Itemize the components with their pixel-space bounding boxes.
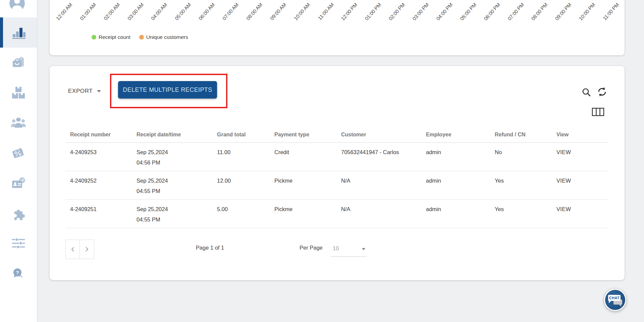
refund-cn-cell: No [490,143,552,157]
x-axis-tick [331,0,331,1]
view-link[interactable]: VIEW [552,143,609,157]
column-visibility-button[interactable] [592,108,604,117]
x-axis-label: 04:00 PM [435,2,454,21]
x-axis-label: 10:00 PM [578,2,596,21]
sidebar-item-inventory[interactable] [0,78,37,108]
receipt-datetime-cell: Sep 25,2024 04:55 PM [132,200,212,225]
x-axis-tick [141,0,141,1]
x-axis-tick [212,0,212,1]
x-axis-label: 09:00 PM [554,2,573,21]
customer-cell: 705632441947 - Carlos [336,143,421,157]
receipt-time: 04:56 PM [137,157,212,168]
previous-page-button[interactable] [65,240,80,259]
pagination-buttons [65,240,94,259]
x-axis-label: 08:00 AM [245,2,264,21]
sidebar-item-discounts[interactable] [0,138,37,168]
user-avatar[interactable] [0,0,37,17]
analytics-bar-chart-icon [11,25,26,40]
refund-cn-cell: Yes [490,200,552,214]
table-row: 4-2409251 Sep 25,2024 04:55 PM 5.00 Pick… [65,200,609,228]
x-axis-tick [426,0,426,1]
chevron-down-icon [97,90,101,92]
sidebar-item-sales[interactable] [0,48,37,78]
table-header-row: Receipt number Receipt date/time Grand t… [65,126,609,143]
x-axis-tick [473,0,474,1]
column-header: Payment type [270,129,336,140]
sidebar-item-employees[interactable] [0,168,37,198]
sidebar: ? [0,0,37,322]
sidebar-item-settings[interactable] [0,229,37,259]
receipt-time: 04:55 PM [137,214,212,225]
next-page-button[interactable] [80,240,94,259]
x-axis-tick [449,0,450,1]
refresh-icon [597,87,607,97]
payment-type-cell: Pickme [270,171,336,186]
per-page-select[interactable]: 10 [331,243,367,257]
x-axis-tick [402,0,402,1]
receipt-date: Sep 25,2024 [137,204,212,214]
help-question-icon: ? [11,267,26,281]
x-axis-label: 08:00 PM [530,2,549,21]
legend-label: Unique customers [146,34,188,40]
x-axis-tick [616,0,616,1]
receipts-table: Receipt number Receipt date/time Grand t… [65,126,609,228]
receipt-datetime-cell: Sep 25,2024 04:55 PM [132,171,212,196]
x-axis-tick [283,0,283,1]
column-header: View [552,129,609,140]
legend-dot-orange [139,35,144,40]
x-axis-label: 03:00 PM [411,2,430,21]
column-header: Receipt date/time [132,129,212,140]
column-header: Customer [336,129,421,140]
x-axis-tick [307,0,307,1]
table-row: 4-2409252 Sep 25,2024 04:55 PM 12.00 Pic… [65,171,609,200]
x-axis-label: 12:00 PM [340,2,359,21]
x-axis-label: 06:00 PM [483,2,501,21]
x-axis-label: 12:00 AM [55,2,73,21]
x-axis-label: 07:00 AM [221,2,240,21]
export-label: EXPORT [68,88,93,94]
x-axis-labels: 12:00 AM01:00 AM02:00 AM03:00 AM04:00 AM… [50,0,625,23]
column-header: Refund / CN [490,129,552,140]
grand-total-cell: 5.00 [212,200,270,214]
delete-multiple-receipts-button[interactable]: DELETE MULTIPLE RECEIPTS [118,81,217,99]
x-axis-label: 11:00 AM [317,2,335,21]
payment-type-cell: Credit [270,143,336,157]
receipt-number-cell: 4-2409251 [65,200,132,214]
legend-item-unique-customers[interactable]: Unique customers [139,34,188,40]
discounts-tag-icon [11,146,26,160]
grand-total-cell: 12.00 [212,171,270,186]
x-axis-tick [592,0,592,1]
per-page-value: 10 [333,245,339,252]
user-avatar-icon [9,0,25,11]
employee-cell: admin [421,171,490,186]
view-link[interactable]: VIEW [552,171,609,186]
legend-item-receipt-count[interactable]: Receipt count [92,34,130,40]
x-axis-label: 05:00 AM [174,2,192,21]
view-link[interactable]: VIEW [552,200,609,214]
x-axis-tick [378,0,378,1]
receipt-time: 04:55 PM [137,186,212,196]
x-axis-tick [235,0,236,1]
search-button[interactable] [581,87,591,98]
receipt-date: Sep 25,2024 [137,147,212,157]
inventory-boxes-icon [11,86,26,100]
settings-sliders-icon [11,238,26,250]
x-axis-label: 05:00 PM [459,2,478,21]
x-axis-tick [521,0,521,1]
x-axis-tick [117,0,117,1]
chat-button[interactable]: CHAT [604,289,626,311]
sidebar-item-analytics[interactable] [0,17,37,48]
sidebar-item-help[interactable]: ? [0,259,37,289]
chevron-left-icon [70,246,75,252]
svg-text:?: ? [16,270,19,275]
legend-label: Receipt count [99,34,130,40]
refresh-button[interactable] [597,87,607,98]
receipt-date: Sep 25,2024 [137,176,212,186]
export-button[interactable]: EXPORT [68,85,101,98]
x-axis-label: 04:00 AM [150,2,168,21]
sidebar-item-integrations[interactable] [0,198,37,229]
x-axis-tick [69,0,69,1]
sidebar-item-customers[interactable] [0,108,37,138]
column-visibility-icon [592,108,604,116]
receipt-number-cell: 4-2409252 [65,171,132,186]
